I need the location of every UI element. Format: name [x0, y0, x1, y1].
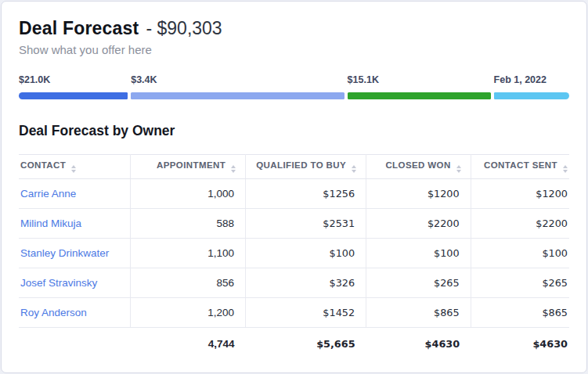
progress-bar: [19, 92, 569, 99]
total-cell: $4630: [366, 328, 471, 351]
table-cell: $1256: [246, 179, 366, 209]
column-header-label: CLOSED WON: [385, 160, 450, 170]
sort-icon: [563, 165, 568, 173]
contact-link[interactable]: Stanley Drinkwater: [19, 239, 130, 268]
total-cell: $4630: [471, 328, 569, 351]
table-cell: 1,200: [130, 298, 246, 328]
column-header-contact-sent[interactable]: CONTACT SENT: [471, 155, 569, 179]
column-header-qualified-to-buy[interactable]: QUALIFIED TO BUY: [246, 155, 366, 179]
table-cell: $2200: [366, 209, 471, 239]
card-header: Deal Forecast - $90,303: [19, 18, 569, 39]
column-header-appointment[interactable]: APPOINTMENT: [130, 155, 246, 179]
sort-icon: [231, 165, 236, 173]
table-header-row: CONTACTAPPOINTMENTQUALIFIED TO BUYCLOSED…: [19, 155, 569, 179]
table-cell: $865: [471, 298, 569, 328]
column-header-closed-won[interactable]: CLOSED WON: [366, 155, 471, 179]
contact-link[interactable]: Milind Mikuja: [19, 209, 130, 239]
progress-label: $15.1K: [348, 74, 491, 85]
table-cell: 588: [130, 209, 246, 239]
table-cell: $1200: [366, 179, 471, 209]
table-cell: $1452: [246, 298, 366, 328]
deal-forecast-card: Deal Forecast - $90,303 Show what you of…: [1, 1, 587, 373]
contact-link[interactable]: Carrie Anne: [19, 179, 130, 209]
table-row: Josef Stravinsky856$326$265$265: [19, 268, 569, 298]
contact-link[interactable]: Roy Anderson: [19, 298, 130, 328]
totals-row: 4,744$5,665$4630$4630: [19, 328, 569, 351]
forecast-total-amount: - $90,303: [146, 18, 222, 39]
progress-segment: [131, 92, 344, 99]
section-title: Deal Forecast by Owner: [19, 123, 569, 139]
progress-segment: [348, 92, 491, 99]
table-row: Carrie Anne1,000$1256$1200$1200: [19, 179, 569, 209]
progress-label: $21.0K: [19, 74, 128, 85]
progress-labels: $21.0K$3.4K$15.1KFeb 1, 2022: [19, 74, 569, 85]
page-title: Deal Forecast: [19, 18, 139, 39]
page-subtitle: Show what you offer here: [19, 43, 569, 56]
table-cell: $265: [366, 268, 471, 298]
total-cell: 4,744: [130, 328, 246, 351]
contact-link[interactable]: Josef Stravinsky: [19, 268, 130, 298]
column-header-contact[interactable]: CONTACT: [19, 155, 130, 179]
table-cell: $2531: [246, 209, 366, 239]
total-cell: [19, 328, 130, 351]
progress-segment: [19, 92, 128, 99]
table-cell: 1,100: [130, 239, 246, 268]
table-body: Carrie Anne1,000$1256$1200$1200Milind Mi…: [19, 179, 569, 328]
progress-label: $3.4K: [131, 74, 344, 85]
deal-forecast-table: CONTACTAPPOINTMENTQUALIFIED TO BUYCLOSED…: [19, 154, 569, 350]
table-cell: 856: [130, 268, 246, 298]
table-row: Roy Anderson1,200$1452$865$865: [19, 298, 569, 328]
sort-icon: [71, 165, 76, 173]
table-row: Milind Mikuja588$2531$2200$2200: [19, 209, 569, 239]
table-cell: $2200: [471, 209, 569, 239]
column-header-label: QUALIFIED TO BUY: [256, 160, 346, 170]
table-cell: $100: [246, 239, 366, 268]
sort-icon: [456, 165, 461, 173]
table-cell: $265: [471, 268, 569, 298]
progress-label: Feb 1, 2022: [494, 74, 569, 85]
table-cell: $865: [366, 298, 471, 328]
table-cell: $100: [366, 239, 471, 268]
total-cell: $5,665: [246, 328, 366, 351]
column-header-label: CONTACT SENT: [484, 160, 557, 170]
progress-segment: [494, 92, 569, 99]
table-foot: 4,744$5,665$4630$4630: [19, 328, 569, 351]
table-cell: $326: [246, 268, 366, 298]
table-cell: $100: [471, 239, 569, 268]
column-header-label: APPOINTMENT: [157, 160, 225, 170]
table-cell: $1200: [471, 179, 569, 209]
table-cell: 1,000: [130, 179, 246, 209]
column-header-label: CONTACT: [20, 160, 66, 170]
table-row: Stanley Drinkwater1,100$100$100$100: [19, 239, 569, 268]
sort-icon: [352, 165, 356, 173]
table-head: CONTACTAPPOINTMENTQUALIFIED TO BUYCLOSED…: [19, 155, 569, 179]
